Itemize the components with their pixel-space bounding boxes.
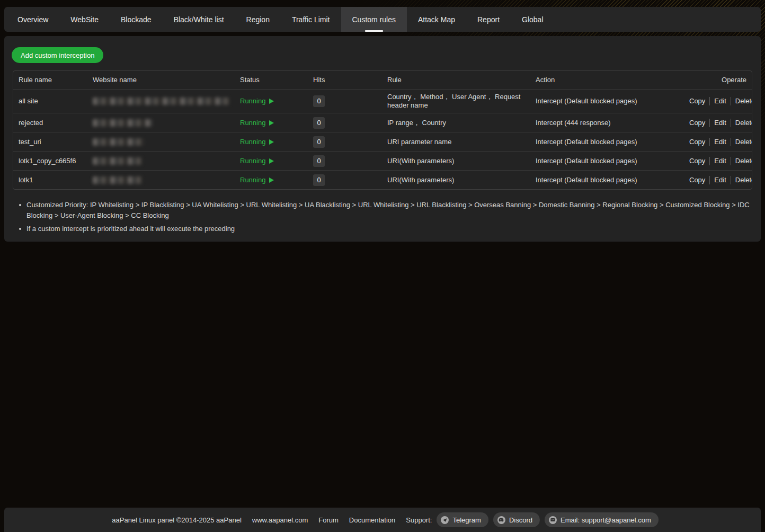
note-execution: If a custom intercept is prioritized ahe…	[13, 224, 752, 234]
col-header-rule: Rule	[382, 71, 530, 89]
website-name-redacted	[93, 157, 142, 165]
delete-button[interactable]: Delete	[731, 157, 752, 165]
status-toggle[interactable]: Running	[240, 97, 274, 105]
play-icon	[269, 158, 274, 164]
table-row: rejected Running 0 IP range， Country Int…	[13, 113, 752, 132]
rule-cell: Country， Method， User Agent， Request hea…	[382, 90, 530, 113]
footer-documentation-link[interactable]: Documentation	[349, 516, 395, 524]
table-row: lotk1_copy_c665f6 Running 0 URI(With par…	[13, 151, 752, 170]
edit-button[interactable]: Edit	[709, 176, 730, 184]
copy-button[interactable]: Copy	[685, 97, 709, 105]
discord-button[interactable]: Discord	[493, 512, 540, 527]
hits-badge: 0	[313, 136, 325, 148]
rule-cell: URI parameter name	[382, 132, 530, 151]
tab-traffic-limit[interactable]: Traffic Limit	[281, 7, 341, 32]
hits-badge: 0	[313, 155, 325, 167]
action-cell: Intercept (Default blocked pages)	[530, 171, 680, 189]
tab-report[interactable]: Report	[466, 7, 511, 32]
website-name-redacted	[93, 97, 229, 105]
action-cell: Intercept (444 response)	[530, 113, 680, 132]
status-toggle[interactable]: Running	[240, 176, 274, 184]
note-priority: Customized Priority: IP Whitelisting > I…	[13, 200, 752, 221]
footer-forum-link[interactable]: Forum	[318, 516, 339, 524]
custom-rules-panel: Add custom interception Rule name Websit…	[4, 36, 761, 242]
copy-button[interactable]: Copy	[685, 157, 709, 165]
tab-website[interactable]: WebSite	[59, 7, 110, 32]
edit-button[interactable]: Edit	[709, 157, 730, 165]
play-icon	[269, 178, 274, 183]
status-toggle[interactable]: Running	[240, 138, 274, 146]
edit-button[interactable]: Edit	[709, 119, 730, 127]
tab-blockade[interactable]: Blockade	[110, 7, 163, 32]
footer-brand: aaPanel Linux panel ©2014-2025 aaPanel	[112, 516, 242, 524]
play-icon	[269, 120, 274, 126]
status-toggle[interactable]: Running	[240, 157, 274, 165]
col-header-hits: Hits	[308, 71, 382, 89]
rule-name-cell: test_uri	[13, 132, 87, 151]
play-icon	[269, 139, 274, 145]
telegram-button[interactable]: Telegram	[437, 512, 488, 527]
delete-button[interactable]: Delete	[731, 119, 752, 127]
tab-attack-map[interactable]: Attack Map	[407, 7, 466, 32]
col-header-website-name: Website name	[87, 71, 235, 89]
copy-button[interactable]: Copy	[685, 119, 709, 127]
copy-button[interactable]: Copy	[685, 138, 709, 146]
add-custom-interception-button[interactable]: Add custom interception	[12, 47, 103, 63]
active-tab-indicator	[365, 30, 383, 32]
tab-custom-rules[interactable]: Custom rules	[341, 7, 407, 32]
table-row: lotk1 Running 0 URI(With parameters) Int…	[13, 170, 752, 189]
rule-name-cell: lotk1	[13, 171, 87, 189]
copy-button[interactable]: Copy	[685, 176, 709, 184]
col-header-status: Status	[235, 71, 308, 89]
table-header-row: Rule name Website name Status Hits Rule …	[13, 71, 752, 89]
telegram-icon	[441, 516, 449, 524]
footer: aaPanel Linux panel ©2014-2025 aaPanel w…	[4, 508, 761, 532]
website-name-redacted	[93, 176, 142, 184]
rule-cell: URI(With parameters)	[382, 152, 530, 170]
footer-support-label: Support:	[406, 516, 432, 524]
rule-cell: IP range， Country	[382, 113, 530, 132]
rule-name-cell: all site	[13, 90, 87, 113]
action-cell: Intercept (Default blocked pages)	[530, 152, 680, 170]
footer-website-link[interactable]: www.aapanel.com	[252, 516, 308, 524]
tab-overview[interactable]: Overview	[6, 7, 59, 32]
play-icon	[269, 99, 274, 104]
rule-name-cell: lotk1_copy_c665f6	[13, 152, 87, 170]
action-cell: Intercept (Default blocked pages)	[530, 132, 680, 151]
discord-icon	[497, 516, 505, 524]
website-name-redacted	[93, 119, 153, 127]
hits-badge: 0	[313, 117, 325, 129]
rule-name-cell: rejected	[13, 113, 87, 132]
delete-button[interactable]: Delete	[731, 97, 752, 105]
delete-button[interactable]: Delete	[731, 176, 752, 184]
table-row: all site Running 0 Country， Method， User…	[13, 89, 752, 113]
email-icon	[549, 516, 557, 524]
tab-black-white-list[interactable]: Black/White list	[163, 7, 235, 32]
tab-global[interactable]: Global	[511, 7, 554, 32]
rules-table: Rule name Website name Status Hits Rule …	[13, 70, 752, 190]
delete-button[interactable]: Delete	[731, 138, 752, 146]
status-toggle[interactable]: Running	[240, 119, 274, 127]
edit-button[interactable]: Edit	[709, 97, 730, 105]
col-header-rule-name: Rule name	[13, 71, 87, 89]
tab-region[interactable]: Region	[235, 7, 281, 32]
col-header-operate: Operate	[680, 71, 752, 89]
notes-list: Customized Priority: IP Whitelisting > I…	[13, 200, 752, 237]
action-cell: Intercept (Default blocked pages)	[530, 90, 680, 113]
website-name-redacted	[93, 138, 145, 146]
email-button[interactable]: Email: support@aapanel.com	[545, 512, 659, 527]
top-navbar: Overview WebSite Blockade Black/White li…	[4, 7, 761, 32]
edit-button[interactable]: Edit	[709, 138, 730, 146]
hits-badge: 0	[313, 174, 325, 186]
col-header-action: Action	[530, 71, 680, 89]
hits-badge: 0	[313, 95, 325, 107]
rule-cell: URI(With parameters)	[382, 171, 530, 189]
table-row: test_uri Running 0 URI parameter name In…	[13, 132, 752, 151]
